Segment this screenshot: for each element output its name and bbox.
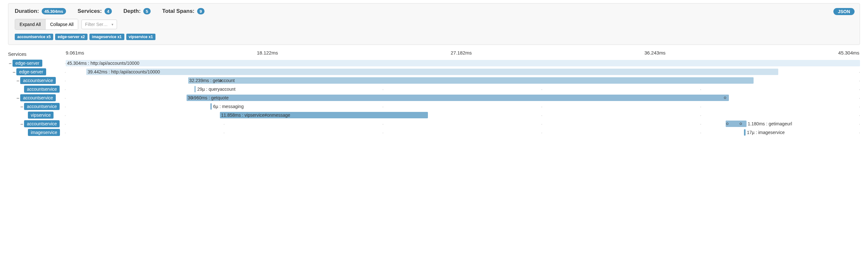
span-label: 6µ : messaging [212, 103, 244, 110]
grid-tick: · [382, 131, 383, 135]
service-label[interactable]: accountservice [20, 77, 56, 84]
controls-row: Expand All Collapse All Filter Ser… [15, 19, 853, 30]
grid-tick: · [859, 96, 860, 100]
timeline-row: ······11.858ms : vipservice#onmessage [66, 111, 860, 119]
services-badge: 4 [104, 8, 112, 14]
grid-tick: · [700, 88, 701, 91]
collapse-all-button[interactable]: Collapse All [45, 19, 78, 29]
service-label[interactable]: edge-server [17, 68, 46, 75]
service-row: –accountservice [8, 94, 63, 102]
toggle-icon[interactable]: – [12, 69, 17, 75]
grid-tick: · [65, 70, 66, 74]
depth-badge: 5 [143, 8, 151, 14]
service-tag[interactable]: vipservice x1 [126, 34, 155, 40]
stats-row: Duration: 45.304ms Services: 4 Depth: 5 … [15, 8, 853, 14]
span-label: 29µ : queryaccount [196, 86, 235, 92]
grid-tick: · [541, 131, 542, 135]
toggle-icon[interactable]: – [20, 104, 24, 109]
grid-tick: · [65, 96, 66, 100]
grid-tick: · [65, 79, 66, 83]
grid-tick: · [65, 131, 66, 135]
timeline-row: ······17µ : imageservice [66, 128, 860, 137]
toggle-icon[interactable]: – [16, 95, 20, 100]
toggle-icon[interactable]: – [16, 78, 20, 83]
service-label[interactable]: accountservice [24, 120, 60, 127]
total-spans-stat: Total Spans: 9 [162, 8, 205, 14]
timeline-column: 9.061ms18.122ms27.182ms36.243ms45.304ms … [66, 50, 860, 137]
services-header: Services [8, 50, 63, 58]
depth-stat: Depth: 5 [123, 8, 151, 14]
grid-tick: · [700, 114, 701, 117]
service-tag[interactable]: imageservice x1 [89, 34, 124, 40]
service-tag[interactable]: accountservice x5 [15, 34, 53, 40]
span-bar[interactable]: 29µ : queryaccount [194, 86, 196, 92]
span-marker-icon [192, 97, 194, 99]
service-label[interactable]: accountservice [20, 94, 56, 101]
grid-tick: · [224, 122, 225, 126]
grid-tick: · [700, 122, 701, 126]
duration-stat: Duration: 45.304ms [15, 8, 66, 14]
service-label[interactable]: accountservice [24, 103, 60, 110]
service-label[interactable]: accountservice [24, 86, 60, 93]
service-label[interactable]: vipservice [28, 112, 54, 119]
span-label: 1.180ms : getimageurl [746, 121, 793, 127]
axis-tick-label: 27.182ms [279, 50, 472, 58]
span-label: 17µ : imageservice [746, 129, 785, 136]
grid-tick: · [541, 122, 542, 126]
services-stat: Services: 4 [78, 8, 112, 14]
filter-placeholder: Filter Ser… [85, 22, 108, 27]
timeline-row: ······39.442ms : http:/api/accounts/1000… [66, 68, 860, 76]
service-label[interactable]: imageservice [28, 129, 60, 136]
grid-tick: · [541, 105, 542, 109]
grid-tick: · [700, 131, 701, 135]
service-row: –accountservice [8, 76, 63, 85]
grid-tick: · [859, 131, 860, 135]
service-label[interactable]: edge-server [12, 60, 42, 67]
span-bar[interactable]: 11.858ms : vipservice#onmessage [220, 112, 428, 118]
grid-tick: · [382, 105, 383, 109]
span-bar[interactable]: 6µ : messaging [210, 103, 212, 110]
span-bar[interactable]: 39.442ms : http:/api/accounts/10000 [86, 68, 778, 75]
json-button[interactable]: JSON [833, 8, 855, 15]
span-bar[interactable]: 1.180ms : getimageurl [726, 121, 746, 127]
toggle-icon[interactable]: – [20, 121, 24, 126]
timeline-row: ······6µ : messaging [66, 102, 860, 111]
expand-all-button[interactable]: Expand All [15, 19, 45, 29]
timeline-row: ······32.239ms : getaccount [66, 76, 860, 85]
grid-tick: · [382, 122, 383, 126]
filter-service-select[interactable]: Filter Ser… [82, 20, 117, 29]
service-row: accountservice [8, 85, 63, 93]
trace-area: Services –edge-server–edge-server–accoun… [8, 50, 860, 137]
axis-tick-label: 45.304ms [666, 50, 860, 58]
span-bar[interactable]: 17µ : imageservice [744, 129, 746, 136]
timeline-row: ······1.180ms : getimageurl [66, 120, 860, 128]
span-bar[interactable]: 30.960ms : getquote [187, 95, 729, 101]
services-label: Services: [78, 8, 102, 14]
service-tag[interactable]: edge-server x2 [55, 34, 88, 40]
grid-tick: · [65, 105, 66, 109]
toggle-icon[interactable]: – [8, 61, 12, 66]
summary-panel: JSON Duration: 45.304ms Services: 4 Dept… [8, 3, 860, 45]
axis-tick-label: 9.061ms [66, 50, 85, 58]
service-row: vipservice [8, 111, 63, 119]
span-bar[interactable]: 45.304ms : http:/api/accounts/10000 [66, 60, 860, 66]
span-marker-icon [220, 80, 222, 82]
grid-tick: · [382, 88, 383, 91]
span-marker-icon [724, 97, 726, 99]
axis-tick-label: 36.243ms [472, 50, 666, 58]
axis-row: 9.061ms18.122ms27.182ms36.243ms45.304ms [66, 50, 860, 58]
grid-tick: · [65, 114, 66, 117]
service-tags: accountservice x5edge-server x2imageserv… [15, 34, 853, 40]
total-spans-label: Total Spans: [162, 8, 194, 14]
span-bar[interactable]: 32.239ms : getaccount [188, 77, 753, 84]
grid-tick: · [541, 114, 542, 117]
grid-tick: · [859, 114, 860, 117]
timeline-row: ······30.960ms : getquote [66, 94, 860, 102]
duration-label: Duration: [15, 8, 39, 14]
service-row: imageservice [8, 128, 63, 137]
grid-tick: · [65, 122, 66, 126]
timeline-row: ······29µ : queryaccount [66, 85, 860, 93]
grid-tick: · [859, 70, 860, 74]
service-row: –accountservice [8, 120, 63, 128]
depth-label: Depth: [123, 8, 141, 14]
